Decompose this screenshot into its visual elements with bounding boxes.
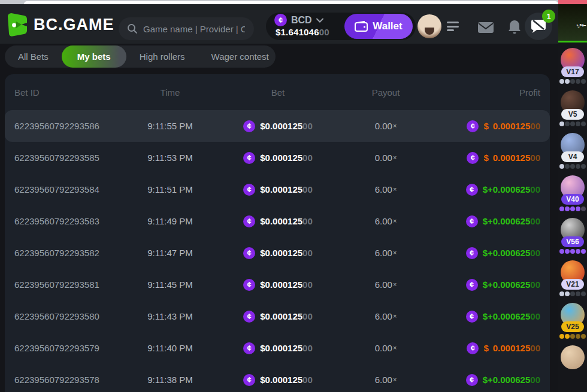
bell-icon[interactable] [507,20,522,35]
bet-payout: 0.00× [344,121,428,131]
table-row[interactable]: 62239560792293578 9:11:38 PM ¢ $0.000125… [5,364,550,392]
bet-payout: 6.00× [344,279,428,290]
chat-sidebar: ـبي V17 V5 V4 V40 V56 V21 V25 [558,4,587,392]
bcd-coin-icon: ¢ [466,184,478,196]
bet-payout: 6.00× [344,375,428,385]
col-time: Time [128,87,212,98]
currency-selector[interactable]: ¢ BCD [274,14,323,26]
bcd-coin-icon: ¢ [243,247,255,259]
vip-badge: V40 [561,194,584,205]
bet-time: 9:11:38 PM [128,375,212,385]
tab-all-bets[interactable]: All Bets [5,45,62,68]
bet-amount: ¢ $0.00012500 [212,215,344,227]
table-row[interactable]: 62239560792293581 9:11:45 PM ¢ $0.000125… [5,269,550,300]
sidebar-banner[interactable]: ـبي [558,4,587,42]
bcd-coin-icon: ¢ [466,311,478,323]
bet-amount: ¢ $0.00012500 [212,120,344,132]
bet-profit: ¢ $0.00012500 [428,342,540,354]
chat-user[interactable]: V25 [559,303,586,339]
col-bet: Bet [212,87,344,98]
medals-row [559,291,586,296]
bet-id: 62239560792293583 [14,216,128,226]
my-bets-table: Bet ID Time Bet Payout Profit 6223956079… [5,74,550,392]
bet-profit: ¢ $+0.00062500 [428,247,540,259]
table-row[interactable]: 62239560792293579 9:11:40 PM ¢ $0.000125… [5,332,550,364]
search-icon [127,23,138,34]
bcd-coin-icon: ¢ [466,374,478,386]
search-input[interactable] [143,24,245,34]
banner-text: ـبي [576,20,586,28]
table-row[interactable]: 62239560792293582 9:11:47 PM ¢ $0.000125… [5,237,550,269]
chat-user[interactable]: V5 [559,90,586,126]
table-row[interactable]: 62239560792293586 9:11:55 PM ¢ $0.000125… [5,110,550,142]
account-menu-icon[interactable] [447,20,460,32]
bc-game-logo[interactable]: BC.GAME [7,13,114,37]
chat-user[interactable]: V56 [559,218,586,254]
bet-payout: 6.00× [344,216,428,226]
bet-payout: 6.00× [344,311,428,321]
bcd-coin-icon: ¢ [274,14,287,26]
bcd-coin-icon: ¢ [466,279,478,291]
bet-id: 62239560792293586 [14,121,128,131]
col-bet-id: Bet ID [14,87,128,98]
chat-user[interactable]: V40 [559,175,586,211]
col-payout: Payout [344,87,428,98]
online-users-list: V17 V5 V4 V40 V56 V21 V25 [558,42,587,383]
bet-id: 62239560792293580 [14,311,128,321]
logo-text: BC.GAME [34,16,114,34]
bet-time: 9:11:53 PM [128,153,212,163]
bet-amount: ¢ $0.00012500 [212,374,344,386]
medals-row [559,334,586,339]
mail-icon[interactable] [477,21,494,34]
bcd-coin-icon: ¢ [243,215,255,227]
bet-amount: ¢ $0.00012500 [212,184,344,196]
medals-row [559,164,586,169]
bet-profit: ¢ $+0.00062500 [428,184,540,196]
bet-amount: ¢ $0.00012500 [212,152,344,164]
bcd-coin-icon: ¢ [243,311,255,323]
chat-unread-badge: 1 [542,10,555,23]
tab-high-rollers[interactable]: High rollers [126,45,198,68]
bc-logo-icon [7,13,28,37]
game-search[interactable] [119,17,254,40]
table-row[interactable]: 62239560792293583 9:11:49 PM ¢ $0.000125… [5,205,550,237]
vip-badge: V25 [561,321,584,332]
tab-wager-contest[interactable]: Wager contest [198,45,282,68]
bcd-coin-icon: ¢ [467,342,479,354]
bcd-coin-icon: ¢ [243,374,255,386]
chat-user[interactable]: V21 [559,260,586,296]
chat-icon [531,19,546,34]
chat-user[interactable]: V4 [559,133,586,169]
wallet-label: Wallet [373,20,402,32]
bcd-coin-icon: ¢ [467,120,479,132]
bet-profit: ¢ $+0.00062500 [428,311,540,323]
vip-badge [561,364,584,375]
col-profit: Profit [428,87,540,98]
bet-time: 9:11:47 PM [128,248,212,258]
table-row[interactable]: 62239560792293584 9:11:51 PM ¢ $0.000125… [5,174,550,205]
bcd-coin-icon: ¢ [243,342,255,354]
table-row[interactable]: 62239560792293580 9:11:43 PM ¢ $0.000125… [5,300,550,332]
bet-id: 62239560792293582 [14,248,128,258]
bet-time: 9:11:40 PM [128,343,212,353]
tab-my-bets[interactable]: My bets [62,45,126,68]
table-row[interactable]: 62239560792293585 9:11:53 PM ¢ $0.000125… [5,142,550,174]
user-avatar[interactable] [417,14,441,38]
medals-row [559,121,586,126]
medals-row [559,249,586,254]
bet-amount: ¢ $0.00012500 [212,311,344,323]
chat-user[interactable]: V17 [559,48,586,84]
vip-badge: V5 [561,109,584,120]
table-body: 62239560792293586 9:11:55 PM ¢ $0.000125… [5,110,550,392]
bet-profit: ¢ $0.00012500 [428,120,540,132]
chat-user[interactable] [561,345,585,376]
bet-time: 9:11:49 PM [128,216,212,226]
bcd-coin-icon: ¢ [466,247,478,259]
medals-row [559,79,586,84]
medals-row [559,206,586,211]
bet-id: 62239560792293578 [14,375,128,385]
bcd-coin-icon: ¢ [466,215,478,227]
bcd-coin-icon: ¢ [243,152,255,164]
bet-profit: ¢ $+0.00062500 [428,279,540,291]
wallet-button[interactable]: Wallet [344,14,413,39]
